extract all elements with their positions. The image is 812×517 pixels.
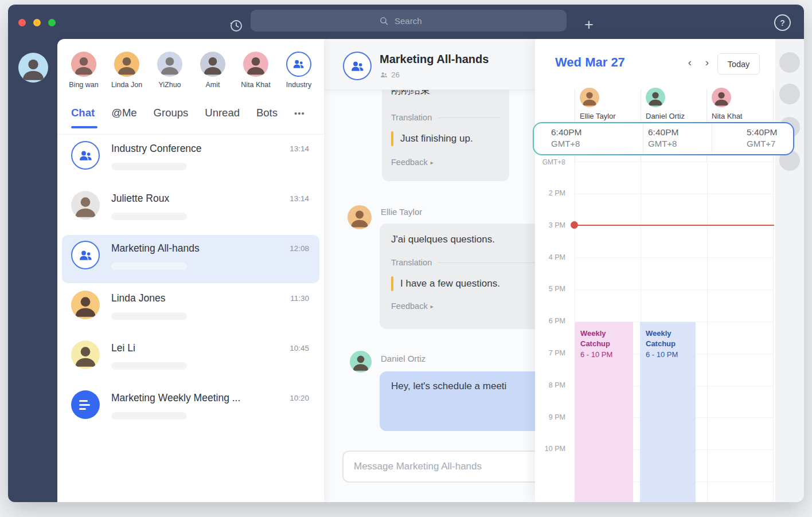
local-time-cell: 6:40PM GMT+8 [534, 123, 643, 154]
person-silhouette-icon [114, 52, 139, 77]
chat-list-tabs: Chat @Me Groups Unread Bots ••• [71, 107, 305, 119]
message-composer[interactable] [342, 451, 537, 483]
chat-row-industry-conference[interactable]: Industry Conference 13:14 [57, 138, 324, 187]
translation-divider: Translation [391, 113, 500, 122]
app-window: + ? Bing wan Linda Jon YiZhuo Amit Nita … [8, 5, 804, 502]
translated-message: Just finishing up. [391, 131, 500, 146]
current-user-avatar[interactable] [18, 53, 48, 83]
tab-groups[interactable]: Groups [154, 107, 189, 119]
caret-right-icon: ▸ [431, 303, 434, 310]
tabs-divider [57, 134, 324, 135]
event-weekly-catchup-daniel[interactable]: Weekly Catchup 6 - 10 PM [640, 322, 696, 502]
user-avatar [71, 291, 100, 319]
sender-avatar-daniel[interactable] [350, 351, 372, 373]
person-silhouette-icon [71, 52, 96, 77]
person-silhouette-icon [348, 205, 372, 229]
caret-right-icon: ▸ [431, 159, 434, 166]
contact-nita-khat[interactable]: Nita Khat [234, 52, 278, 89]
chat-row-linda-jones[interactable]: Linda Jones 11:30 [57, 287, 324, 337]
group-avatar [71, 241, 100, 269]
translation-label: Translation [391, 258, 432, 267]
toolbar-circle-button[interactable] [779, 84, 800, 104]
sender-avatar-ellie[interactable] [348, 205, 372, 229]
group-people-icon [292, 57, 305, 70]
prev-day-button[interactable]: ‹ [683, 55, 697, 70]
person-silhouette-icon [71, 340, 100, 369]
quote-bar [391, 131, 393, 146]
person-silhouette-icon [646, 88, 665, 107]
conversation-header: Marketing All-hands 26 [324, 39, 537, 89]
current-time-line [575, 225, 774, 226]
group-people-icon [350, 58, 365, 74]
message-bubble[interactable]: Hey, let's schedule a meeti [380, 371, 537, 431]
user-avatar [71, 340, 100, 369]
help-button[interactable]: ? [774, 14, 791, 31]
attendee-local-times-strip[interactable]: 6:40PM GMT+8 6:40PM GMT+8 5:40PM GMT+7 [533, 122, 794, 155]
contact-industry-group[interactable]: Industry [277, 52, 321, 89]
translation-label: Translation [391, 113, 432, 122]
group-avatar[interactable] [343, 52, 372, 80]
group-people-icon [78, 248, 93, 263]
event-weekly-catchup-ellie[interactable]: Weekly Catchup 6 - 10 PM [575, 322, 633, 502]
feedback-link[interactable]: Feedback ▸ [391, 158, 500, 167]
feedback-link[interactable]: Feedback ▸ [391, 301, 537, 311]
contact-bing-wan[interactable]: Bing wan [62, 52, 106, 89]
minimize-window-button[interactable] [33, 19, 41, 26]
history-button[interactable] [228, 17, 245, 34]
local-time-cell: 6:40PM GMT+8 [643, 123, 712, 154]
message-bubble[interactable]: 刚刚结束 Translation Just finishing up. Feed… [382, 79, 509, 181]
message-preview-skeleton [111, 312, 187, 320]
person-silhouette-icon [580, 88, 599, 107]
toolbar-circle-button[interactable] [779, 52, 800, 73]
tab-more[interactable]: ••• [294, 108, 305, 118]
person-silhouette-icon [18, 53, 48, 83]
message-preview-skeleton [111, 213, 187, 220]
translated-message: I have a few questions. [391, 276, 537, 291]
message-bubble[interactable]: J'ai quelques questions. Translation I h… [380, 224, 537, 329]
chat-row-marketing-weekly-meeting[interactable]: Marketing Weekly Meeting ... 10:20 [57, 387, 324, 437]
next-day-button[interactable]: › [700, 55, 714, 70]
global-search[interactable] [251, 10, 567, 32]
timezone-axis-label: GMT+8 [535, 158, 565, 166]
hour-label: 10 PM [535, 445, 565, 453]
hour-label: 5 PM [535, 285, 565, 293]
tab-unread[interactable]: Unread [205, 107, 240, 119]
new-chat-button[interactable]: + [579, 15, 599, 34]
zoom-window-button[interactable] [48, 19, 56, 26]
message-preview-skeleton [111, 412, 187, 420]
chat-row-time: 13:14 [290, 194, 309, 203]
attendee-nita[interactable]: Nita Khat [712, 88, 775, 120]
group-avatar [71, 141, 100, 170]
today-button[interactable]: Today [717, 53, 760, 75]
contact-amit[interactable]: Amit [191, 52, 235, 89]
user-avatar [71, 191, 100, 220]
members-icon [380, 70, 388, 79]
message-input[interactable] [343, 461, 537, 472]
history-icon [229, 18, 244, 33]
tab-at-me[interactable]: @Me [111, 107, 136, 119]
member-count[interactable]: 26 [380, 70, 400, 79]
attendee-daniel[interactable]: Daniel Ortiz [646, 88, 709, 120]
chat-row-lei-li[interactable]: Lei Li 10:45 [57, 337, 324, 387]
contact-yizhuo[interactable]: YiZhuo [148, 52, 192, 89]
attendee-ellie[interactable]: Ellie Taylor [580, 88, 643, 120]
message-preview-skeleton [111, 163, 187, 170]
meeting-notes-icon [71, 390, 100, 419]
chat-row-juliette-roux[interactable]: Juliette Roux 13:14 [57, 187, 324, 237]
translation-divider: Translation [391, 258, 537, 267]
tab-bots[interactable]: Bots [256, 107, 278, 119]
search-icon [379, 16, 389, 26]
message-preview-skeleton [111, 362, 187, 370]
person-silhouette-icon [243, 52, 268, 77]
quote-bar [391, 276, 393, 291]
current-time-dot [571, 221, 578, 229]
chat-row-time: 12:08 [290, 244, 309, 253]
tab-chat[interactable]: Chat [71, 107, 95, 119]
close-window-button[interactable] [18, 19, 26, 26]
search-input[interactable] [393, 15, 438, 26]
contact-linda-jon[interactable]: Linda Jon [105, 52, 149, 89]
group-people-icon [78, 148, 93, 163]
chat-list-panel: Bing wan Linda Jon YiZhuo Amit Nita Khat… [57, 39, 324, 502]
chat-row-marketing-all-hands[interactable]: Marketing All-hands 12:08 [57, 237, 324, 287]
hour-label: 4 PM [535, 253, 565, 261]
